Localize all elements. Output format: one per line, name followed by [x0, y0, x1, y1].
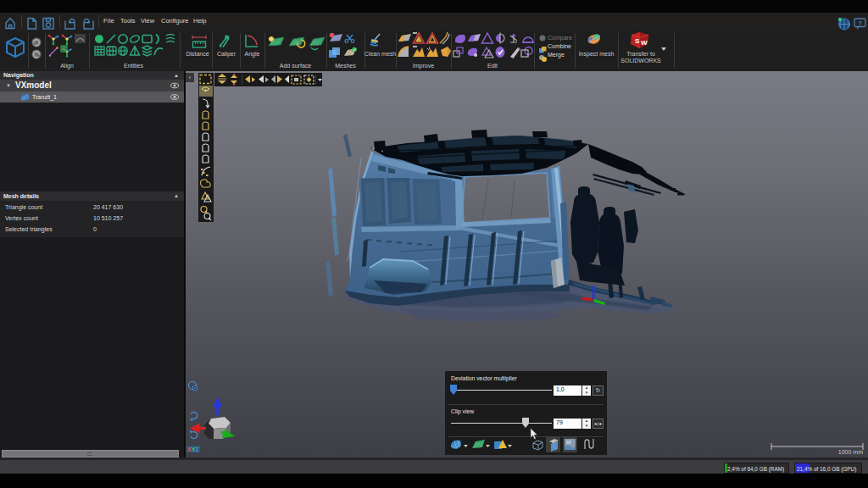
- svg-text:1000 mm: 1000 mm: [838, 449, 863, 455]
- svg-text:S: S: [635, 37, 640, 45]
- svg-text:W: W: [641, 39, 648, 47]
- svg-text:XYZ: XYZ: [187, 446, 199, 452]
- svg-text:?: ?: [858, 19, 862, 27]
